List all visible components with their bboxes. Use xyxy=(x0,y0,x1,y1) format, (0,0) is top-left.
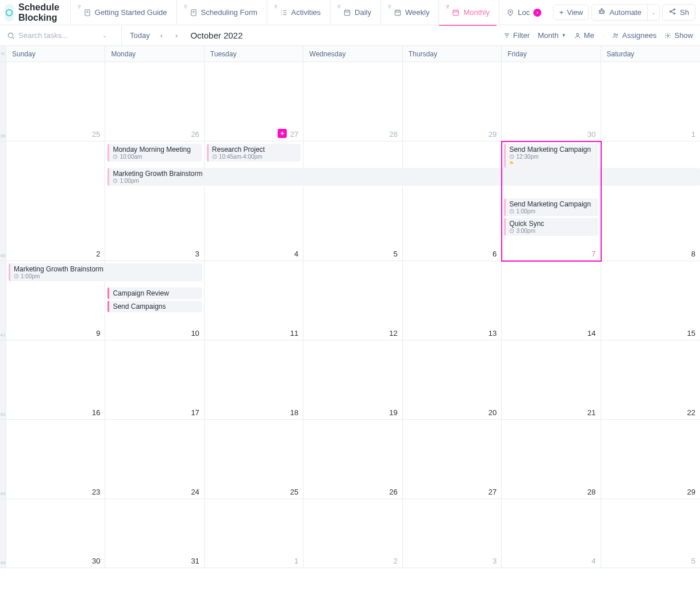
calendar-cell[interactable]: 23 xyxy=(6,420,105,499)
tab-monthly[interactable]: ⚲ Monthly xyxy=(439,0,497,25)
robot-icon xyxy=(598,7,606,17)
calendar-cell[interactable]: 6 xyxy=(403,141,502,261)
calendar-cell[interactable]: 18 xyxy=(205,340,303,420)
date-number: 4 xyxy=(294,250,298,258)
share-button[interactable]: Sh xyxy=(662,4,695,21)
calendar-event[interactable]: Send Marketing Campaign12:30pm⚑ xyxy=(504,144,598,168)
me-filter[interactable]: Me xyxy=(574,31,594,40)
calendar-cell[interactable]: 30 xyxy=(502,62,601,141)
calendar-event-span[interactable]: Marketing Growth Brainstorm1:00pm xyxy=(9,263,202,281)
calendar-cell[interactable]: 28 xyxy=(303,62,402,141)
automate-button[interactable]: Automate xyxy=(591,4,648,21)
pin-icon xyxy=(506,9,514,17)
calendar-cell[interactable]: 31 xyxy=(105,499,204,568)
calendar-cell[interactable]: Monday Morning Meeting10:00am3 xyxy=(105,141,204,261)
date-number: 9 xyxy=(96,329,100,338)
calendar-cell[interactable]: 1 xyxy=(601,62,700,141)
tab-weekly[interactable]: ⚲ Weekly xyxy=(380,0,436,25)
calendar-cell[interactable]: 19 xyxy=(303,340,402,420)
calendar-cell[interactable]: 29 xyxy=(403,62,502,141)
svg-point-10 xyxy=(670,11,671,12)
month-dropdown[interactable]: Month ▼ xyxy=(538,31,566,40)
calendar-cell[interactable]: 29 xyxy=(601,420,700,499)
search-box[interactable]: ⌄ xyxy=(7,25,122,45)
search-input[interactable] xyxy=(18,31,99,40)
calendar-event[interactable]: Research Project10:45am-4:00pm xyxy=(207,144,301,162)
calendar-cell[interactable]: 8 xyxy=(601,141,700,261)
date-number: 2 xyxy=(393,557,397,565)
day-header: Monday xyxy=(105,46,204,62)
doc-icon xyxy=(190,9,198,17)
calendar-cell[interactable]: 28 xyxy=(502,420,601,499)
tab-daily[interactable]: ⚲ Daily xyxy=(330,0,378,25)
calendar-cell[interactable]: 1 xyxy=(205,499,303,568)
event-title: Quick Sync xyxy=(509,220,594,228)
calendar-cell[interactable]: 21 xyxy=(502,340,601,420)
calendar-cell[interactable]: 11 xyxy=(205,261,303,340)
view-button[interactable]: + View xyxy=(553,5,590,20)
tab-activities[interactable]: ⚲ Activities xyxy=(267,0,328,25)
calendar-cell[interactable]: 12 xyxy=(303,261,402,340)
calendar-cell[interactable]: 25 xyxy=(205,420,303,499)
today-button[interactable]: Today xyxy=(130,31,150,40)
calendar-event[interactable]: Send Campaigns xyxy=(107,301,201,312)
event-title: Send Marketing Campaign xyxy=(509,200,594,208)
tab-scheduling-form[interactable]: ⚲ Scheduling Form xyxy=(176,0,264,25)
calendar-cell[interactable]: 2 xyxy=(6,141,105,261)
prev-month-button[interactable]: ‹ xyxy=(158,30,165,41)
calendar-cell[interactable]: 20 xyxy=(403,340,502,420)
calendar-cell[interactable]: 27+ xyxy=(205,62,303,141)
calendar-event[interactable]: Send Marketing Campaign1:00pm xyxy=(504,198,598,216)
filter-icon xyxy=(503,32,510,39)
automate-dropdown[interactable]: ⌄ xyxy=(648,4,660,21)
calendar-icon xyxy=(343,9,351,17)
svg-point-6 xyxy=(510,11,511,12)
calendar-cell[interactable]: 5 xyxy=(303,141,402,261)
calendar-cell[interactable]: Send Marketing Campaign12:30pm⚑Send Mark… xyxy=(502,141,601,261)
assignees-filter[interactable]: Assignees xyxy=(612,31,656,40)
calendar-cell[interactable]: 3 xyxy=(403,499,502,568)
calendar-cell[interactable]: 26 xyxy=(105,62,204,141)
calendar-cell[interactable]: 4 xyxy=(502,499,601,568)
pin-icon: ⚲ xyxy=(337,4,341,9)
show-button[interactable]: Show xyxy=(664,31,693,40)
calendar-cell[interactable]: 14 xyxy=(502,261,601,340)
next-month-button[interactable]: › xyxy=(173,30,180,41)
date-number: 31 xyxy=(191,557,199,565)
app-logo[interactable] xyxy=(5,4,14,21)
calendar-cell[interactable]: 16 xyxy=(6,340,105,420)
filter-button[interactable]: Filter xyxy=(503,31,530,40)
calendar-event-span[interactable]: Marketing Growth Brainstorm1:00pm xyxy=(107,168,700,186)
date-number: 24 xyxy=(191,488,199,496)
calendar-cell[interactable]: 22 xyxy=(601,340,700,420)
day-header: Friday xyxy=(502,46,601,62)
date-number: 7 xyxy=(591,250,595,258)
date-number: 6 xyxy=(493,250,497,258)
search-icon xyxy=(7,32,15,40)
calendar-event[interactable]: Monday Morning Meeting10:00am xyxy=(107,144,201,162)
calendar-cell[interactable]: 24 xyxy=(105,420,204,499)
calendar-cell[interactable]: 26 xyxy=(303,420,402,499)
calendar-cell[interactable]: Research Project10:45am-4:00pm4 xyxy=(205,141,303,261)
calendar-cell[interactable]: 13 xyxy=(403,261,502,340)
date-number: 19 xyxy=(389,408,397,417)
view-label: View xyxy=(567,8,583,17)
calendar-cell[interactable]: 27 xyxy=(403,420,502,499)
calendar-event[interactable]: Quick Sync3:00pm xyxy=(504,218,598,236)
tab-getting-started[interactable]: ⚲ Getting Started Guide xyxy=(70,0,174,25)
date-number: 21 xyxy=(587,408,595,417)
event-time: 1:00pm xyxy=(509,208,594,214)
tab-location[interactable]: Loc › xyxy=(499,0,548,25)
svg-point-14 xyxy=(576,33,579,36)
calendar-cell[interactable]: 25 xyxy=(6,62,105,141)
calendar-event[interactable]: Campaign Review xyxy=(107,288,201,299)
calendar-cell[interactable]: 5 xyxy=(601,499,700,568)
page-title: Schedule Blocking xyxy=(18,2,61,23)
date-number: 8 xyxy=(691,250,695,258)
chevron-down-icon[interactable]: ⌄ xyxy=(102,32,107,39)
calendar-cell[interactable]: 2 xyxy=(303,499,402,568)
add-event-button[interactable]: + xyxy=(278,129,287,138)
calendar-cell[interactable]: 17 xyxy=(105,340,204,420)
calendar-cell[interactable]: 15 xyxy=(601,261,700,340)
calendar-cell[interactable]: 30 xyxy=(6,499,105,568)
